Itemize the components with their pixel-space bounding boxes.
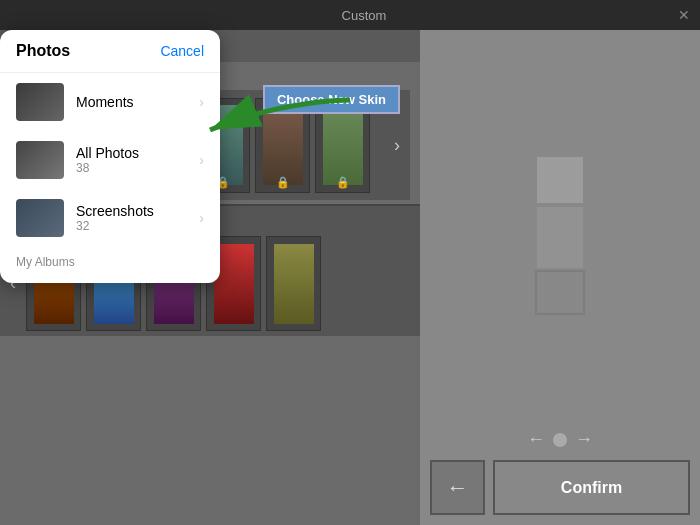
all-photos-info: All Photos 38: [76, 145, 187, 175]
center-control[interactable]: [553, 433, 567, 447]
confirm-button[interactable]: Confirm: [493, 460, 690, 515]
figure-legs: [535, 270, 585, 315]
photo-picker-header: Photos Cancel: [0, 30, 220, 73]
skin-image: [274, 244, 314, 324]
screenshots-name: Screenshots: [76, 203, 187, 219]
photo-picker: Photos Cancel Moments › All Photos 38: [0, 30, 220, 283]
my-albums-label: My Albums: [0, 247, 220, 273]
choose-new-skin-button[interactable]: Choose New Skin: [263, 85, 400, 114]
skin-thumb[interactable]: [266, 236, 321, 331]
photo-picker-cancel-button[interactable]: Cancel: [160, 43, 204, 59]
right-arrow-control[interactable]: →: [575, 429, 593, 450]
right-panel: ← → ← Confirm: [420, 30, 700, 525]
all-photos-thumb: [16, 141, 64, 179]
chevron-right-icon: ›: [199, 94, 204, 110]
close-button[interactable]: ✕: [678, 7, 690, 23]
title-bar: Custom ✕: [0, 0, 700, 30]
skin-preview-figure: [515, 155, 605, 315]
moments-name: Moments: [76, 94, 187, 110]
bottom-buttons: ← Confirm: [430, 460, 690, 515]
scroll-right-button[interactable]: ›: [389, 135, 405, 156]
left-arrow-control[interactable]: ←: [527, 429, 545, 450]
game-window: Custom ✕ Choose Skin Choose New Skin Rec…: [0, 0, 700, 525]
screenshots-thumb: [16, 199, 64, 237]
lock-icon: 🔒: [336, 176, 350, 189]
moments-info: Moments: [76, 94, 187, 110]
all-photos-name: All Photos: [76, 145, 187, 161]
moments-thumb: [16, 83, 64, 121]
title-bar-title: Custom: [50, 8, 678, 23]
screenshots-count: 32: [76, 219, 187, 233]
photo-picker-all-photos-item[interactable]: All Photos 38 ›: [0, 131, 220, 189]
screenshots-info: Screenshots 32: [76, 203, 187, 233]
photo-picker-moments-item[interactable]: Moments ›: [0, 73, 220, 131]
figure-body: [535, 205, 585, 270]
chevron-right-icon: ›: [199, 152, 204, 168]
photo-picker-screenshots-item[interactable]: Screenshots 32 ›: [0, 189, 220, 247]
controls-row: ← →: [527, 429, 593, 450]
figure-head: [535, 155, 585, 205]
main-content: Choose Skin Choose New Skin Recent 🔒: [0, 30, 700, 525]
back-button[interactable]: ←: [430, 460, 485, 515]
skin-image: [263, 105, 303, 185]
all-photos-count: 38: [76, 161, 187, 175]
skin-preview-area: [430, 40, 690, 429]
photo-picker-title: Photos: [16, 42, 70, 60]
lock-icon: 🔒: [276, 176, 290, 189]
skin-image: [323, 105, 363, 185]
chevron-right-icon: ›: [199, 210, 204, 226]
